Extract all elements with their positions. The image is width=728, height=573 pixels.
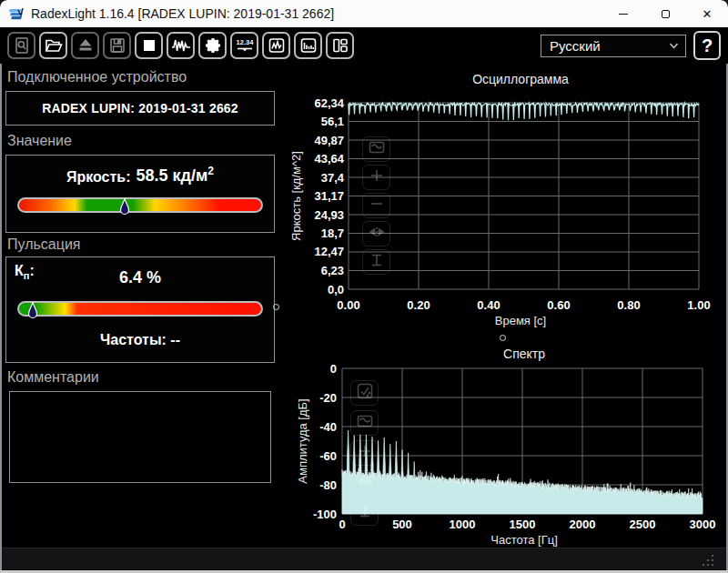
svg-text:0.20: 0.20: [407, 298, 430, 312]
close-button[interactable]: ✕: [686, 0, 728, 27]
titlebar: RadexLight 1.16.4 [RADEX LUPIN: 2019-01-…: [0, 0, 728, 27]
toolbar-button-settings[interactable]: [198, 32, 227, 59]
spectrum-fit-vertical-button[interactable]: [350, 500, 379, 526]
help-button[interactable]: ?: [693, 31, 721, 60]
svg-text:500: 500: [392, 518, 412, 531]
oscillogram-zoom-in-button[interactable]: [362, 165, 390, 190]
left-panel: Подключенное устройство RADEX LUPIN: 201…: [2, 64, 282, 548]
luminance-value: 58.5 кд/м2: [136, 165, 214, 186]
minimize-icon: [619, 14, 628, 15]
toolbar-button-oscillogram[interactable]: [167, 32, 195, 59]
spectrum-fit-horizontal-button[interactable]: [350, 470, 379, 496]
close-icon: ✕: [703, 8, 713, 20]
maximize-icon: [662, 10, 670, 18]
value-box: Яркость: 58.5 кд/м2: [5, 155, 275, 233]
svg-text:-100: -100: [313, 508, 337, 521]
fit-horizontal-icon: [368, 223, 386, 245]
svg-text:Время [с]: Время [с]: [495, 314, 546, 327]
svg-text:56,1: 56,1: [321, 115, 344, 128]
frequencies-label: Частоты:: [100, 332, 167, 347]
svg-text:-80: -80: [319, 478, 337, 492]
pulsation-section-header: Пульсация: [7, 236, 80, 253]
svg-text:31,17: 31,17: [314, 189, 344, 203]
oscillogram-fit-horizontal-button[interactable]: [362, 221, 390, 246]
oscillogram-fit-vertical-button[interactable]: [362, 249, 390, 275]
svg-text:Амплитуда [дБ]: Амплитуда [дБ]: [296, 398, 309, 483]
toolbar-button-layout[interactable]: [326, 32, 354, 59]
pulsation-scale-bar: [17, 301, 263, 317]
oscillogram-curve-zoom-button[interactable]: [362, 136, 390, 162]
toolbar: 12.34 Русский ?: [0, 27, 728, 64]
comments-input[interactable]: [9, 391, 271, 483]
toolbar-button-spectrum-view[interactable]: [294, 32, 322, 59]
svg-text:2500: 2500: [630, 518, 656, 531]
svg-text:18,7: 18,7: [321, 226, 344, 240]
svg-text:-60: -60: [319, 449, 337, 463]
minimize-button[interactable]: [602, 0, 644, 27]
device-name: RADEX LUPIN: 2019-01-31 2662: [42, 101, 238, 116]
maximize-button[interactable]: [644, 0, 686, 27]
svg-text:43,64: 43,64: [314, 152, 344, 166]
fit-horizontal-icon: [356, 472, 374, 494]
toolbar-button-open[interactable]: [39, 32, 67, 59]
spectrum-zoom-in-button[interactable]: [350, 440, 379, 466]
chart-splitter-handle[interactable]: [500, 335, 506, 341]
device-section-header: Подключенное устройство: [7, 69, 187, 85]
fit-vertical-icon: [356, 502, 374, 524]
toolbar-button-stop[interactable]: [135, 32, 163, 59]
spectrum-autoscale-check-button[interactable]: [350, 380, 379, 406]
help-label: ?: [702, 35, 713, 56]
oscillogram-zoom-out-button[interactable]: [362, 193, 390, 218]
value-section-header: Значение: [7, 133, 72, 149]
oscillogram-chart[interactable]: ОсциллограммаЯркость [кд/м^2]0,06,2312,4…: [284, 64, 728, 347]
svg-text:Осциллограмма: Осциллограмма: [472, 72, 569, 86]
svg-text:-20: -20: [319, 391, 337, 405]
app-window: RadexLight 1.16.4 [RADEX LUPIN: 2019-01-…: [0, 0, 728, 573]
pulsation-marker-icon: [26, 301, 38, 320]
chevron-down-icon: [668, 38, 680, 54]
toolbar-button-line-chart-view[interactable]: [262, 32, 290, 59]
gear-icon: [204, 36, 222, 55]
toolbar-button-save[interactable]: [103, 32, 131, 59]
svg-text:Яркость [кд/м^2]: Яркость [кд/м^2]: [289, 151, 303, 241]
svg-text:3000: 3000: [690, 518, 716, 531]
svg-text:-40: -40: [319, 420, 337, 434]
frequencies-value: --: [170, 332, 180, 347]
svg-text:1000: 1000: [450, 518, 476, 531]
svg-text:1500: 1500: [510, 518, 536, 531]
eject-icon: [76, 36, 95, 55]
svg-text:1.00: 1.00: [687, 298, 710, 312]
svg-text:24,93: 24,93: [314, 208, 344, 222]
curve-zoom-icon: [368, 138, 386, 160]
svg-text:12,47: 12,47: [314, 245, 344, 258]
toolbar-button-preview[interactable]: [7, 32, 35, 59]
svg-text:37,4: 37,4: [321, 171, 345, 185]
comments-section-header: Комментарии: [7, 369, 99, 386]
svg-text:Частота [Гц]: Частота [Гц]: [490, 533, 558, 547]
svg-text:0.00: 0.00: [337, 298, 359, 312]
language-value: Русский: [550, 38, 601, 54]
statusbar: [0, 548, 728, 569]
svg-text:0,0: 0,0: [328, 283, 344, 297]
toolbar-button-numeric-display[interactable]: 12.34: [230, 32, 258, 59]
spectrum-curve-zoom-button[interactable]: [350, 410, 379, 436]
app-logo-icon: [9, 7, 25, 21]
toolbar-button-eject[interactable]: [71, 32, 99, 59]
main-area: Подключенное устройство RADEX LUPIN: 201…: [0, 64, 728, 548]
panel-splitter-handle[interactable]: [273, 304, 279, 310]
stop-icon: [140, 36, 158, 55]
curve-zoom-icon: [356, 412, 374, 434]
svg-text:0.80: 0.80: [617, 298, 640, 312]
svg-text:12.34: 12.34: [236, 38, 254, 46]
kp-value: 6.4 %: [6, 268, 274, 287]
svg-text:0: 0: [330, 362, 337, 376]
magnifier-document-icon: [13, 36, 31, 55]
luminance-scale-bar: [17, 197, 263, 213]
resize-grip-icon[interactable]: [703, 554, 715, 570]
window-title: RadexLight 1.16.4 [RADEX LUPIN: 2019-01-…: [31, 6, 334, 21]
bar-chart-icon: [299, 36, 318, 55]
device-name-box: RADEX LUPIN: 2019-01-31 2662: [5, 91, 275, 126]
svg-text:0: 0: [339, 518, 345, 531]
luminance-marker-icon: [118, 197, 130, 216]
language-select[interactable]: Русский: [541, 35, 686, 57]
